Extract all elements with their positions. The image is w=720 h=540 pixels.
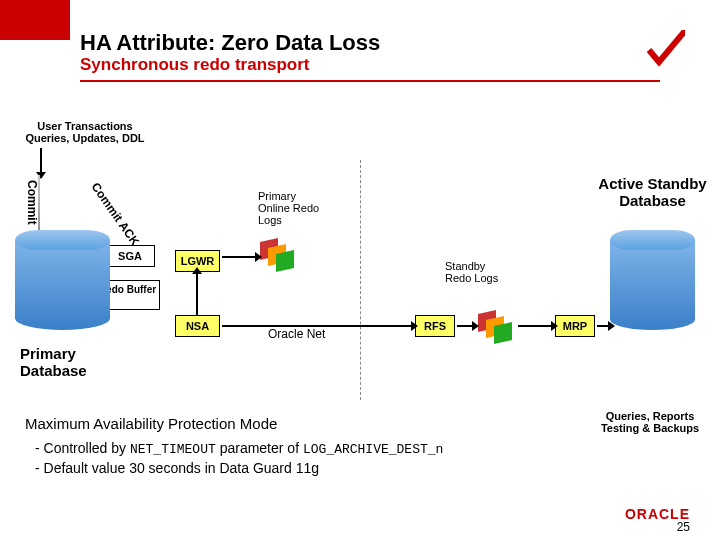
- bullet-default-value: - Default value 30 seconds in Data Guard…: [35, 460, 319, 476]
- primary-redo-logs-label: Primary Online Redo Logs: [258, 190, 328, 226]
- header-red-block: [0, 0, 70, 40]
- arrow-nsa-to-rfs: [222, 325, 412, 327]
- page-number: 25: [677, 520, 690, 534]
- arrow-rfs-to-standby-logs: [457, 325, 473, 327]
- active-standby-label: Active Standby Database: [595, 175, 710, 209]
- bullet1-text-pre: - Controlled by: [35, 440, 130, 456]
- bullet1-text-mid: parameter of: [216, 440, 303, 456]
- arrow-lgwr-to-logs: [222, 256, 256, 258]
- user-transactions-label: User Transactions Queries, Updates, DDL: [15, 120, 155, 144]
- queries-reports-label: Queries, Reports Testing & Backups: [590, 410, 710, 434]
- primary-database-cylinder: [15, 230, 110, 330]
- primary-redo-logs-icon: [260, 240, 300, 270]
- arrow-nsa-to-lgwr: [196, 273, 198, 315]
- max-availability-label: Maximum Availability Protection Mode: [25, 415, 277, 432]
- commit-label: Commit: [25, 180, 39, 225]
- primary-database-label: Primary Database: [20, 345, 110, 379]
- rfs-box: RFS: [415, 315, 455, 337]
- arrow-mrp-to-standby-db: [597, 325, 609, 327]
- page-title: HA Attribute: Zero Data Loss: [80, 30, 380, 56]
- user-transactions-arrow: [40, 148, 42, 173]
- net-timeout-code: NET_TIMEOUT: [130, 442, 216, 457]
- arrow-standby-logs-to-mrp: [518, 325, 552, 327]
- network-divider: [360, 160, 361, 400]
- bullet-net-timeout: - Controlled by NET_TIMEOUT parameter of…: [35, 440, 443, 457]
- sga-box: SGA: [105, 245, 155, 267]
- log-archive-dest-code: LOG_ARCHIVE_DEST_n: [303, 442, 443, 457]
- nsa-box: NSA: [175, 315, 220, 337]
- standby-redo-logs-label: Standby Redo Logs: [445, 260, 505, 284]
- title-divider: [80, 80, 660, 82]
- page-subtitle: Synchronous redo transport: [80, 55, 310, 75]
- mrp-box: MRP: [555, 315, 595, 337]
- standby-database-cylinder: [610, 230, 695, 330]
- standby-redo-logs-icon: [478, 312, 518, 342]
- checkmark-icon: [645, 30, 685, 70]
- oracle-net-label: Oracle Net: [268, 327, 325, 341]
